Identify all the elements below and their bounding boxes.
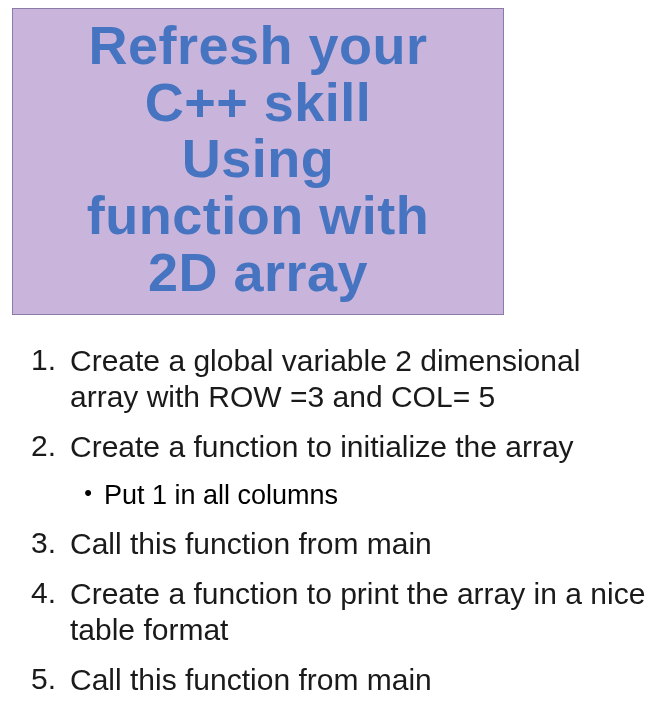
sub-item: • Put 1 in all columns bbox=[12, 479, 652, 511]
list-item: 2. Create a function to initialize the a… bbox=[12, 429, 652, 465]
list-text: Call this function from main bbox=[70, 526, 652, 562]
list-text: Create a function to initialize the arra… bbox=[70, 429, 652, 465]
title-line-4: function with bbox=[17, 187, 499, 244]
list-text: Create a function to print the array in … bbox=[70, 576, 652, 648]
list-item: 5. Call this function from main bbox=[12, 662, 652, 698]
list-number: 1. bbox=[12, 343, 70, 377]
list-number: 4. bbox=[12, 576, 70, 610]
list-text: Create a global variable 2 dimensional a… bbox=[70, 343, 652, 415]
title-box: Refresh your C++ skill Using function wi… bbox=[12, 8, 504, 315]
bullet-icon: • bbox=[12, 479, 104, 508]
list-number: 2. bbox=[12, 429, 70, 463]
title-line-2: C++ skill bbox=[17, 74, 499, 131]
list-item: 4. Create a function to print the array … bbox=[12, 576, 652, 648]
title-line-1: Refresh your bbox=[17, 17, 499, 74]
list-item: 1. Create a global variable 2 dimensiona… bbox=[12, 343, 652, 415]
numbered-list: 1. Create a global variable 2 dimensiona… bbox=[12, 343, 652, 697]
list-item: 3. Call this function from main bbox=[12, 526, 652, 562]
title-line-5: 2D array bbox=[17, 244, 499, 301]
list-number: 5. bbox=[12, 662, 70, 696]
list-text: Call this function from main bbox=[70, 662, 652, 698]
list-number: 3. bbox=[12, 526, 70, 560]
title-line-3: Using bbox=[17, 130, 499, 187]
sub-text: Put 1 in all columns bbox=[104, 479, 338, 511]
